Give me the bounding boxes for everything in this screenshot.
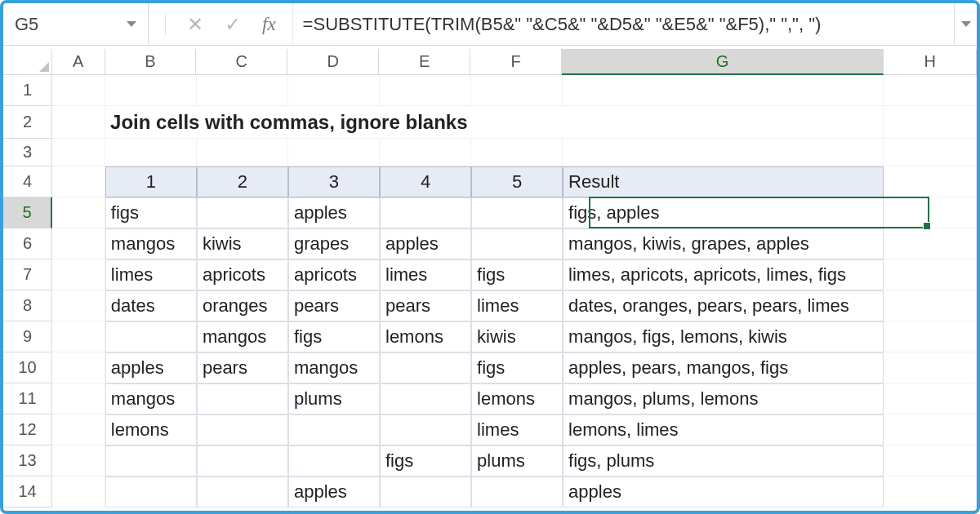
- data-cell[interactable]: [380, 383, 471, 414]
- data-cell[interactable]: apricots: [197, 259, 288, 290]
- row-header-2[interactable]: 2: [3, 106, 52, 139]
- result-cell[interactable]: mangos, figs, lemons, kiwis: [563, 321, 884, 352]
- table-header[interactable]: 4: [380, 166, 471, 197]
- data-cell[interactable]: apricots: [288, 259, 380, 290]
- result-cell[interactable]: figs, plums: [563, 445, 884, 476]
- data-cell[interactable]: figs: [471, 352, 563, 383]
- name-box[interactable]: G5: [10, 12, 125, 37]
- data-cell[interactable]: [288, 445, 380, 476]
- column-header-F[interactable]: F: [470, 49, 562, 75]
- row-header-10[interactable]: 10: [3, 352, 52, 383]
- cell[interactable]: [105, 75, 197, 106]
- data-cell[interactable]: pears: [380, 290, 471, 321]
- data-cell[interactable]: [197, 383, 288, 414]
- data-cell[interactable]: dates: [105, 290, 197, 321]
- row-header-1[interactable]: 1: [3, 75, 52, 106]
- title-cell[interactable]: Join cells with commas, ignore blanks: [105, 106, 884, 139]
- table-header[interactable]: 5: [471, 166, 563, 197]
- cell-grid[interactable]: Join cells with commas, ignore blanks123…: [52, 75, 977, 511]
- data-cell[interactable]: [197, 445, 288, 476]
- data-cell[interactable]: limes: [471, 414, 563, 445]
- data-cell[interactable]: grapes: [288, 228, 380, 259]
- data-cell[interactable]: [471, 197, 563, 228]
- row-header-11[interactable]: 11: [3, 383, 52, 414]
- data-cell[interactable]: pears: [288, 290, 380, 321]
- row-header-6[interactable]: 6: [3, 228, 52, 259]
- data-cell[interactable]: mangos: [288, 352, 380, 383]
- cell[interactable]: [197, 75, 288, 106]
- data-cell[interactable]: [105, 445, 197, 476]
- data-cell[interactable]: [105, 476, 197, 507]
- data-cell[interactable]: figs: [288, 321, 380, 352]
- row-header-4[interactable]: 4: [3, 166, 52, 197]
- table-header-result[interactable]: Result: [563, 166, 884, 197]
- cell[interactable]: [471, 75, 563, 106]
- table-header[interactable]: 2: [197, 166, 288, 197]
- column-header-H[interactable]: H: [884, 49, 977, 75]
- data-cell[interactable]: [380, 476, 471, 507]
- row-header-7[interactable]: 7: [3, 259, 52, 290]
- data-cell[interactable]: figs: [105, 197, 197, 228]
- table-header[interactable]: 1: [105, 166, 197, 197]
- data-cell[interactable]: [380, 197, 471, 228]
- row-header-14[interactable]: 14: [3, 476, 52, 507]
- name-box-dropdown-icon[interactable]: [127, 21, 136, 27]
- result-cell[interactable]: mangos, kiwis, grapes, apples: [563, 228, 884, 259]
- fx-icon[interactable]: fx: [262, 14, 276, 35]
- row-header-9[interactable]: 9: [3, 321, 52, 352]
- result-cell[interactable]: limes, apricots, apricots, limes, figs: [563, 259, 884, 290]
- data-cell[interactable]: plums: [288, 383, 380, 414]
- data-cell[interactable]: lemons: [471, 383, 563, 414]
- result-cell[interactable]: figs, apples: [563, 197, 884, 228]
- result-cell[interactable]: lemons, limes: [563, 414, 884, 445]
- result-cell[interactable]: apples: [563, 476, 884, 507]
- cancel-icon[interactable]: ✕: [187, 13, 203, 36]
- data-cell[interactable]: [197, 197, 288, 228]
- row-header-8[interactable]: 8: [3, 290, 52, 321]
- data-cell[interactable]: mangos: [197, 321, 288, 352]
- result-cell[interactable]: mangos, plums, lemons: [563, 383, 884, 414]
- data-cell[interactable]: apples: [288, 476, 380, 507]
- data-cell[interactable]: apples: [288, 197, 380, 228]
- data-cell[interactable]: mangos: [105, 228, 197, 259]
- data-cell[interactable]: plums: [471, 445, 563, 476]
- data-cell[interactable]: [197, 476, 288, 507]
- cell[interactable]: [380, 75, 471, 106]
- data-cell[interactable]: [288, 414, 380, 445]
- row-header-13[interactable]: 13: [3, 445, 52, 476]
- row-header-5[interactable]: 5: [3, 197, 52, 228]
- data-cell[interactable]: [380, 352, 471, 383]
- data-cell[interactable]: lemons: [380, 321, 471, 352]
- result-cell[interactable]: dates, oranges, pears, pears, limes: [563, 290, 884, 321]
- data-cell[interactable]: pears: [197, 352, 288, 383]
- formula-input[interactable]: =SUBSTITUTE(TRIM(B5&" "&C5&" "&D5&" "&E5…: [293, 3, 954, 45]
- data-cell[interactable]: figs: [471, 259, 563, 290]
- cell[interactable]: [288, 75, 380, 106]
- data-cell[interactable]: kiwis: [471, 321, 563, 352]
- column-header-E[interactable]: E: [379, 49, 470, 75]
- data-cell[interactable]: mangos: [105, 383, 197, 414]
- data-cell[interactable]: [471, 228, 563, 259]
- column-header-C[interactable]: C: [196, 49, 287, 75]
- data-cell[interactable]: [105, 321, 197, 352]
- column-header-A[interactable]: A: [52, 49, 105, 75]
- data-cell[interactable]: [380, 414, 471, 445]
- data-cell[interactable]: kiwis: [197, 228, 288, 259]
- expand-formula-bar-icon[interactable]: [954, 3, 977, 45]
- cell[interactable]: [563, 75, 884, 106]
- row-header-3[interactable]: 3: [3, 139, 52, 166]
- data-cell[interactable]: figs: [380, 445, 471, 476]
- data-cell[interactable]: oranges: [197, 290, 288, 321]
- data-cell[interactable]: apples: [380, 228, 471, 259]
- row-header-12[interactable]: 12: [3, 414, 52, 445]
- data-cell[interactable]: limes: [105, 259, 197, 290]
- data-cell[interactable]: [471, 476, 563, 507]
- cell[interactable]: [884, 75, 977, 106]
- column-header-G[interactable]: G: [562, 49, 884, 75]
- column-header-B[interactable]: B: [105, 49, 197, 75]
- select-all-triangle[interactable]: [3, 49, 52, 75]
- data-cell[interactable]: lemons: [105, 414, 197, 445]
- column-header-D[interactable]: D: [287, 49, 379, 75]
- data-cell[interactable]: limes: [380, 259, 471, 290]
- cell[interactable]: [52, 75, 105, 106]
